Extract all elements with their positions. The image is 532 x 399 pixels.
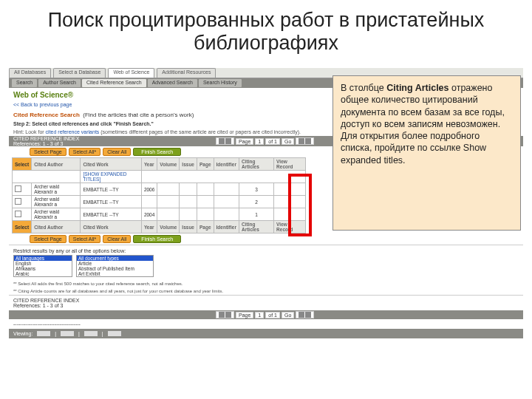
go-button[interactable]: Go bbox=[282, 138, 294, 145]
subtab-author[interactable]: Author Search bbox=[38, 79, 81, 87]
highlight-box-citing bbox=[288, 174, 312, 236]
table-row: Archer wald Alexandr aEMBATTLE --TY20063 bbox=[13, 183, 306, 196]
th-issue[interactable]: Issue bbox=[180, 158, 197, 171]
output-row: --------------------------------------- bbox=[9, 319, 523, 329]
last-page-icon[interactable] bbox=[305, 138, 311, 144]
th-select[interactable]: Select bbox=[13, 158, 32, 171]
th-year[interactable]: Year bbox=[141, 158, 157, 171]
th-view[interactable]: View Record bbox=[274, 158, 306, 171]
select-page-button[interactable]: Select Page bbox=[30, 235, 66, 243]
show-expanded-link[interactable]: [SHOW EXPANDED TITLES] bbox=[81, 171, 142, 183]
results-table: Select Cited Author Cited Work Year Volu… bbox=[12, 157, 306, 233]
pager-top: Page 1 of 1 Go bbox=[216, 137, 314, 145]
doctype-select[interactable]: All document types ArticleAbstract of Pu… bbox=[76, 255, 154, 277]
row-checkbox[interactable] bbox=[15, 198, 21, 205]
row-checkbox[interactable] bbox=[15, 211, 21, 217]
select-page-button[interactable]: Select Page bbox=[30, 148, 66, 156]
footnote: ** Citing Article counts are for all dat… bbox=[9, 287, 523, 295]
go-button[interactable]: Go bbox=[282, 312, 294, 318]
subtab-history[interactable]: Search History bbox=[199, 79, 242, 87]
restrict-section: Restrict results by any or all of the op… bbox=[9, 245, 523, 280]
th-volume[interactable]: Volume bbox=[157, 158, 180, 171]
tab-all-db[interactable]: All Databases bbox=[9, 68, 51, 78]
page-input[interactable]: 1 bbox=[255, 138, 264, 145]
tab-wos[interactable]: Web of Science bbox=[108, 68, 154, 78]
next-page-icon[interactable] bbox=[299, 312, 304, 318]
last-page-icon[interactable] bbox=[305, 312, 311, 318]
view-tag[interactable] bbox=[108, 331, 121, 336]
first-page-icon[interactable] bbox=[219, 138, 225, 144]
finish-search-button[interactable]: Finish Search bbox=[133, 148, 181, 156]
annotation-callout: В столбце Citing Articles отражено общее… bbox=[332, 75, 521, 231]
prev-page-icon[interactable] bbox=[225, 138, 231, 144]
first-page-icon[interactable] bbox=[219, 312, 225, 318]
subtab-cited-ref[interactable]: Cited Reference Search bbox=[82, 79, 146, 87]
hint-link[interactable]: cited reference variants bbox=[46, 129, 100, 134]
footnote: ** Select All adds the first 500 matches… bbox=[9, 280, 523, 287]
slide-title: Поиск процитированных работ в пристатейн… bbox=[0, 0, 532, 61]
table-header: Select Cited Author Cited Work Year Volu… bbox=[13, 158, 306, 171]
pager-bottom: Page1of 1Go bbox=[216, 311, 314, 318]
page-input[interactable]: 1 bbox=[255, 312, 264, 318]
view-tag[interactable] bbox=[84, 331, 98, 336]
table-row: Archer wald Alexandr aEMBATTLE --TY20041 bbox=[13, 208, 306, 221]
prev-page-icon[interactable] bbox=[225, 312, 231, 318]
subtab-advanced[interactable]: Advanced Search bbox=[148, 79, 197, 87]
cri-footer: CITED REFERENCE INDEXReferences: 1 - 3 o… bbox=[9, 295, 523, 310]
th-author[interactable]: Cited Author bbox=[32, 158, 81, 171]
language-select[interactable]: All languages EnglishAfrikaansArabic bbox=[13, 255, 72, 277]
select-all-button[interactable]: Select All* bbox=[69, 235, 101, 243]
tab-additional[interactable]: Additional Resources bbox=[157, 68, 216, 78]
table-row: Archer wald Alexandr aEMBATTLE --TY2 bbox=[13, 196, 306, 208]
row-checkbox[interactable] bbox=[15, 185, 21, 192]
clear-all-button[interactable]: Clear All bbox=[103, 148, 131, 156]
pager-bar-bottom: Page1of 1Go bbox=[9, 310, 523, 319]
tab-select-db[interactable]: Select a Database bbox=[53, 68, 106, 78]
button-row-bottom: Select Page Select All* Clear All Finish… bbox=[9, 233, 523, 245]
th-ident[interactable]: Identifier bbox=[214, 158, 239, 171]
table-footer: SelectCited AuthorCited WorkYearVolumeIs… bbox=[13, 221, 306, 233]
th-citing[interactable]: Citing Articles bbox=[239, 158, 273, 171]
th-page[interactable]: Page bbox=[197, 158, 214, 171]
clear-all-button[interactable]: Clear All bbox=[103, 235, 131, 243]
finish-search-button[interactable]: Finish Search bbox=[133, 235, 181, 243]
viewing-bar: Viewing: | | | bbox=[9, 329, 523, 338]
next-page-icon[interactable] bbox=[299, 138, 304, 144]
select-all-button[interactable]: Select All* bbox=[69, 148, 101, 156]
subtab-search[interactable]: Search bbox=[12, 79, 37, 87]
th-work[interactable]: Cited Work bbox=[81, 158, 142, 171]
view-tag[interactable] bbox=[37, 331, 50, 336]
view-tag[interactable] bbox=[61, 331, 74, 336]
